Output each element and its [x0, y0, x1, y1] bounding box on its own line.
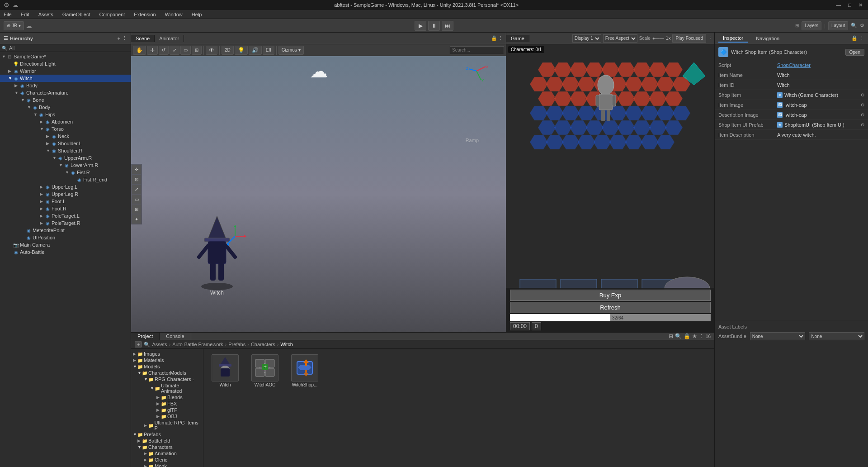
- tab-navigation[interactable]: Navigation: [751, 35, 784, 42]
- step-button[interactable]: ⏭: [442, 21, 453, 31]
- asset-witch[interactable]: Witch: [207, 353, 243, 389]
- tree-item-shoulder-l[interactable]: ▶ ◉ Shoulder.L: [0, 140, 131, 147]
- menu-item-edit[interactable]: Edit: [19, 12, 31, 17]
- asset-bundle-select[interactable]: None: [750, 332, 806, 340]
- tree-item-upper-leg-l[interactable]: ▶ ◉ UpperLeg.L: [0, 183, 131, 191]
- game-more-icon[interactable]: ⋮: [708, 36, 712, 41]
- tree-item-pole-target-l[interactable]: ▶ ◉ PoleTarget.L: [0, 212, 131, 219]
- scene-move-btn[interactable]: ✛: [147, 46, 158, 55]
- menu-item-gameobject[interactable]: GameObject: [61, 12, 92, 17]
- prefab-circle[interactable]: ⊙: [861, 122, 864, 127]
- tree-item-samplegame[interactable]: ▼ ⊟ SampleGame*: [0, 53, 131, 60]
- breadcrumb-framework[interactable]: Auto-Battle Framework: [172, 342, 223, 347]
- project-collapse-icon[interactable]: ⊟: [669, 333, 673, 339]
- scene-ctrl-2[interactable]: ⊡: [132, 175, 141, 184]
- tree-item-pole-target-r[interactable]: ▶ ◉ PoleTarget.R: [0, 219, 131, 227]
- tree-item-shoulder-r[interactable]: ▼ ◉ Shoulder.R: [0, 147, 131, 154]
- scene-view-icon-btn[interactable]: 👁: [206, 46, 217, 55]
- breadcrumb-witch[interactable]: Witch: [280, 342, 293, 347]
- scene-ctrl-3[interactable]: ⤢: [132, 185, 141, 194]
- scene-ctrl-1[interactable]: ✛: [132, 165, 141, 174]
- proj-item-blends[interactable]: ▶ 📁 Blends: [131, 394, 203, 400]
- tree-item-ui-position[interactable]: ▶ ◉ UIPosition: [0, 234, 131, 241]
- layout-dropdown[interactable]: Layout: [828, 21, 848, 30]
- asset-witch-shop[interactable]: WitchShop...: [287, 353, 323, 389]
- tree-item-abdomen[interactable]: ▶ ◉ Abdomen: [0, 118, 131, 125]
- tree-item-meteorite-point[interactable]: ▶ ◉ MeteoritePoint: [0, 227, 131, 234]
- desc-image-circle[interactable]: ⊙: [861, 112, 864, 117]
- menu-item-window[interactable]: Window: [163, 12, 184, 17]
- tree-item-hips[interactable]: ▼ ◉ Hips: [0, 111, 131, 118]
- scene-search-input[interactable]: [450, 46, 504, 54]
- proj-item-obj[interactable]: ▶ 📁 OBJ: [131, 413, 203, 419]
- refresh-btn[interactable]: Refresh: [510, 302, 711, 313]
- menu-item-component[interactable]: Component: [97, 12, 127, 17]
- cloud-btn[interactable]: ☁: [26, 22, 32, 29]
- close-btn[interactable]: ✕: [857, 2, 864, 8]
- scene-transform-btn[interactable]: ⊞: [192, 46, 202, 55]
- tree-item-bone[interactable]: ▼ ◉ Bone: [0, 96, 131, 104]
- maximize-btn[interactable]: □: [846, 2, 853, 8]
- inspector-lock-icon[interactable]: 🔒: [851, 35, 858, 41]
- breadcrumb-search-icon[interactable]: 🔍: [144, 342, 150, 348]
- tree-item-body2[interactable]: ▼ ◉ Body: [0, 104, 131, 111]
- proj-item-character-models[interactable]: ▼ 📁 CharacterModels: [131, 370, 203, 376]
- proj-item-fbx[interactable]: ▶ 📁 FBX: [131, 400, 203, 407]
- project-add-btn[interactable]: +: [135, 341, 142, 348]
- shop-item-circle[interactable]: ⊙: [861, 92, 864, 97]
- layers-dropdown[interactable]: Layers: [802, 21, 821, 30]
- tree-item-foot-l[interactable]: ▶ ◉ Foot.L: [0, 198, 131, 205]
- proj-item-monk[interactable]: ▶ 📁 Monk: [131, 463, 203, 467]
- scene-lighting-btn[interactable]: 💡: [235, 46, 248, 55]
- proj-item-materials[interactable]: ▶ 📁 Materials: [131, 357, 203, 363]
- scene-more-icon[interactable]: ⋮: [498, 35, 503, 41]
- tree-item-witch[interactable]: ▼ ◉ Witch: [0, 75, 131, 82]
- play-focused-btn[interactable]: Play Focused: [672, 34, 706, 43]
- proj-item-prefabs[interactable]: ▼ 📁 Prefabs: [131, 431, 203, 438]
- scene-gizmos-btn[interactable]: Gizmos ▾: [278, 46, 304, 55]
- aspect-select[interactable]: Free Aspect: [603, 34, 637, 43]
- scene-ctrl-6[interactable]: ✦: [132, 214, 141, 224]
- hierarchy-add-btn[interactable]: +: [118, 36, 120, 41]
- tree-item-torso[interactable]: ▼ ◉ Torso: [0, 125, 131, 133]
- tree-item-body[interactable]: ▶ ◉ Body: [0, 82, 131, 89]
- menu-item-extension[interactable]: Extension: [132, 12, 157, 17]
- scene-ctrl-5[interactable]: ⊞: [132, 205, 141, 214]
- search-icon-top[interactable]: 🔍: [851, 23, 857, 29]
- account-btn[interactable]: ⊕ JR ▾: [4, 21, 24, 30]
- scene-viewport[interactable]: X Y Z ☁ Ramp: [131, 56, 506, 332]
- project-star-icon[interactable]: ★: [692, 333, 697, 339]
- asset-bundle-variant-select[interactable]: None: [809, 332, 864, 340]
- project-search-icon[interactable]: 🔍: [675, 333, 682, 339]
- tab-project[interactable]: Project: [131, 333, 160, 340]
- proj-item-gltf[interactable]: ▶ 📁 glTF: [131, 407, 203, 413]
- scene-hand-btn[interactable]: ✋: [133, 46, 146, 55]
- breadcrumb-assets[interactable]: Assets: [152, 342, 167, 347]
- asset-witch-aoc[interactable]: + WitchAOC: [247, 353, 283, 389]
- minimize-btn[interactable]: —: [834, 2, 843, 8]
- scene-effects-btn[interactable]: Eff: [263, 46, 274, 55]
- tab-inspector[interactable]: Inspector: [718, 34, 748, 43]
- scene-rotate-btn[interactable]: ↺: [159, 46, 169, 55]
- hierarchy-menu-icon[interactable]: ☰: [4, 35, 8, 41]
- buy-exp-btn[interactable]: Buy Exp: [510, 290, 711, 301]
- menu-item-file[interactable]: File: [2, 12, 14, 17]
- tree-item-upper-leg-r[interactable]: ▶ ◉ UpperLeg.R: [0, 191, 131, 198]
- tree-item-directional-light[interactable]: ▶ 💡 Directional Light: [0, 60, 131, 67]
- scene-ctrl-4[interactable]: ▭: [132, 195, 141, 204]
- scene-2d-btn[interactable]: 2D: [222, 46, 234, 55]
- inspector-open-btn[interactable]: Open: [845, 49, 864, 56]
- tab-console[interactable]: Console: [160, 333, 191, 340]
- menu-item-help[interactable]: Help: [190, 12, 204, 17]
- scene-audio-btn[interactable]: 🔊: [249, 46, 262, 55]
- proj-item-cleric[interactable]: ▶ 📁 Cleric: [131, 457, 203, 463]
- tree-item-character-armature[interactable]: ▼ ◉ CharacterArmature: [0, 89, 131, 96]
- pause-button[interactable]: ⏸: [428, 21, 440, 31]
- menu-item-assets[interactable]: Assets: [37, 12, 55, 17]
- settings-icon-top[interactable]: ⚙: [860, 23, 864, 29]
- tree-item-warrior[interactable]: ▶ ◉ Warrior: [0, 67, 131, 75]
- tree-item-fist-r[interactable]: ▼ ◉ Fist.R: [0, 169, 131, 176]
- tree-item-upper-arm-r[interactable]: ▼ ◉ UpperArm.R: [0, 154, 131, 162]
- tab-game[interactable]: Game: [506, 35, 529, 42]
- proj-item-rpg-chars[interactable]: ▼ 📁 RPG Characters -: [131, 376, 203, 382]
